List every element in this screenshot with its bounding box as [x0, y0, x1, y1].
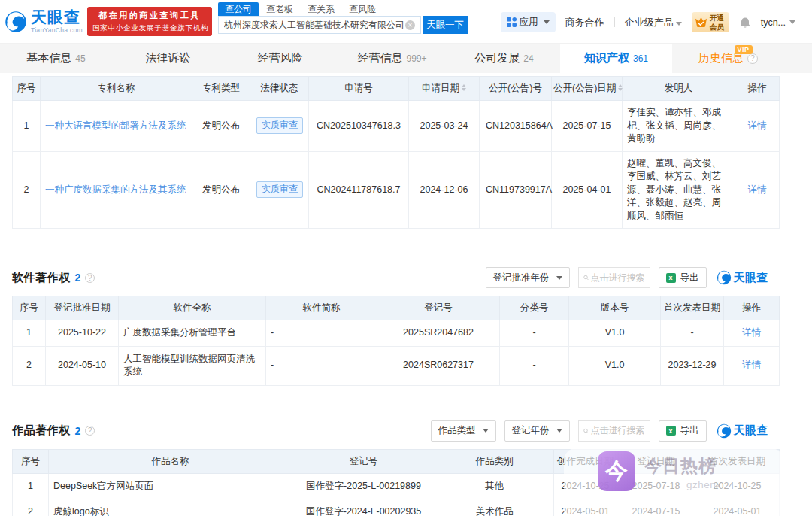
cell-text: -: [690, 327, 693, 338]
tab-5[interactable]: 公司发展24: [448, 44, 560, 73]
notification-bell-icon[interactable]: [739, 17, 751, 29]
tab-4[interactable]: 经营信息999+: [336, 44, 448, 73]
cell-text: 2025-03-24: [420, 120, 468, 131]
cell-text: 2024SR0627317: [403, 360, 474, 370]
tab-label: 知识产权: [584, 51, 629, 65]
table-row: 2一种广度数据采集的方法及其系统发明公布实质审查CN202411787618.7…: [13, 151, 780, 229]
export-button[interactable]: x导出: [659, 267, 707, 288]
sort-icon[interactable]: [462, 84, 466, 91]
section-search-input[interactable]: 点击进行搜索: [578, 420, 650, 442]
filter-reg-year-dropdown[interactable]: 登记批准年份: [486, 267, 570, 288]
nav-enterprise[interactable]: 企业级产品: [625, 16, 682, 29]
tab-label: 公司发展: [474, 51, 520, 65]
search-input[interactable]: 杭州深度求索人工智能基础技术研究有限公司 ×: [218, 16, 421, 34]
search-tab-4[interactable]: 查风险: [342, 2, 383, 16]
table-cell: -: [500, 320, 569, 347]
detail-link[interactable]: 详情: [742, 327, 761, 338]
column-header: 分类号: [500, 296, 569, 320]
table-cell: 2025-04-01: [552, 151, 623, 229]
help-icon[interactable]: ?: [85, 273, 95, 283]
hotlist-watermark: gzhenx 今 今日热榜: [564, 448, 783, 516]
sort-icon[interactable]: [618, 84, 623, 91]
apps-menu[interactable]: 应用: [501, 12, 556, 32]
cell-text: 2025SR2047682: [403, 327, 474, 338]
cell-text: 国作登字-2024-F-00202935: [306, 506, 422, 516]
cell-text: 国作登字-2025-L-00219899: [306, 481, 421, 491]
patent-table: 序号专利名称专利类型法律状态申请号申请日期公开(公告)号公开(公告)日期发明人操…: [12, 76, 780, 229]
vip-crown-icon: [695, 17, 707, 28]
table-row: 12025-10-22广度数据采集分析管理平台-2025SR2047682-V1…: [13, 320, 780, 347]
column-header: 公开(公告)号: [480, 77, 552, 101]
section-count: 2: [75, 425, 81, 437]
tab-7[interactable]: 历史信息?VIP: [672, 44, 784, 73]
table-cell: V1.0: [569, 346, 661, 385]
cell-text: 2023-12-29: [668, 360, 717, 370]
column-header: 首次发表日期: [661, 296, 724, 320]
table-cell: -: [266, 346, 377, 385]
table-cell: 2025-07-15: [552, 101, 623, 152]
tab-count: 24: [523, 53, 533, 64]
export-button[interactable]: x导出: [659, 420, 707, 442]
user-menu[interactable]: tycn...: [761, 17, 795, 28]
column-header: 序号: [13, 77, 41, 101]
detail-link[interactable]: 详情: [748, 120, 767, 131]
chevron-down-icon: [676, 22, 682, 26]
help-icon[interactable]: ?: [85, 426, 95, 436]
tianyancha-logo[interactable]: 天眼查 TianYanCha.com: [5, 9, 83, 34]
cell-text: 2024-05-10: [58, 360, 106, 370]
cell-text: V1.0: [605, 327, 625, 338]
filter-reg-year-dropdown[interactable]: 登记年份: [504, 420, 570, 442]
cell-text: 2024-12-06: [420, 184, 468, 195]
table-cell: 2024-05-10: [46, 346, 119, 385]
works-copyright-section-header: 作品著作权 2 ? 作品类型 登记年份 点击进行搜索 x导出 天眼查: [12, 419, 768, 443]
table-cell: 国作登字-2024-F-00202935: [292, 499, 435, 516]
search-tab-3[interactable]: 查关系: [301, 2, 341, 16]
clear-icon[interactable]: ×: [405, 20, 415, 30]
cell-text: 美术作品: [476, 506, 514, 516]
search-tab-2[interactable]: 查老板: [259, 2, 300, 16]
vip-upgrade-button[interactable]: 开通会员: [692, 12, 729, 32]
company-nav-tabbar: 基本信息45法律诉讼经营风险经营信息999+公司发展24知识产权361历史信息?…: [0, 43, 812, 73]
section-title: 软件著作权: [12, 271, 71, 285]
column-header: 法律状态: [250, 77, 309, 101]
table-cell: 1: [13, 473, 49, 499]
table-cell: CN119739917A: [480, 151, 552, 229]
detail-link-cell: 详情: [724, 320, 780, 347]
column-header[interactable]: 申请日期: [409, 77, 480, 101]
cell-text: DeepSeek官方网站页面: [53, 481, 153, 491]
table-cell: 2025-10-22: [46, 320, 119, 347]
column-header: 申请号: [309, 77, 409, 101]
cell-text: CN202510347618.3: [317, 120, 401, 131]
patent-name-link[interactable]: 一种广度数据采集的方法及其系统: [45, 184, 186, 195]
tab-2[interactable]: 法律诉讼: [112, 44, 224, 73]
column-header: 序号: [13, 296, 46, 320]
column-header: 专利类型: [192, 77, 250, 101]
filter-work-type-dropdown[interactable]: 作品类型: [431, 420, 496, 442]
table-cell: 发明公布: [192, 101, 250, 152]
table-cell: 李佳实、谭亦轩、邓成杞、张文韬、周尚彦、黄盼盼: [623, 101, 735, 152]
logo-subtitle: TianYanCha.com: [31, 26, 83, 34]
cell-text: 人工智能模型训练数据网页清洗系统: [123, 354, 255, 378]
detail-link[interactable]: 详情: [748, 184, 767, 195]
detail-link[interactable]: 详情: [742, 360, 761, 370]
vip-badge: VIP: [735, 45, 753, 54]
cell-text: 2: [26, 360, 32, 370]
nav-biz-cooperation[interactable]: 商务合作: [565, 16, 604, 29]
section-search-input[interactable]: 点击进行搜索: [578, 267, 650, 288]
tab-3[interactable]: 经营风险: [224, 44, 336, 73]
cell-text: 2: [24, 184, 29, 195]
column-header[interactable]: 公开(公告)日期: [552, 77, 623, 101]
tab-6[interactable]: 知识产权361: [560, 44, 672, 73]
tab-1[interactable]: 基本信息45: [0, 44, 112, 73]
software-copyright-section-header: 软件著作权 2 ? 登记批准年份 点击进行搜索 x导出 天眼查: [12, 266, 768, 290]
help-icon: ?: [747, 53, 758, 64]
search-button[interactable]: 天眼一下: [423, 16, 468, 34]
excel-icon: x: [666, 273, 676, 283]
watermark-subtext: gzhenx: [686, 479, 722, 490]
header-nav: 应用 商务合作 企业级产品 开通会员 tycn...: [501, 12, 795, 32]
table-cell: V1.0: [569, 320, 661, 347]
search-tab-1[interactable]: 查公司: [218, 2, 259, 16]
chevron-down-icon: [789, 20, 795, 24]
patent-name-link[interactable]: 一种大语言模型的部署方法及系统: [45, 120, 186, 131]
table-cell: CN202411787618.7: [309, 151, 409, 229]
